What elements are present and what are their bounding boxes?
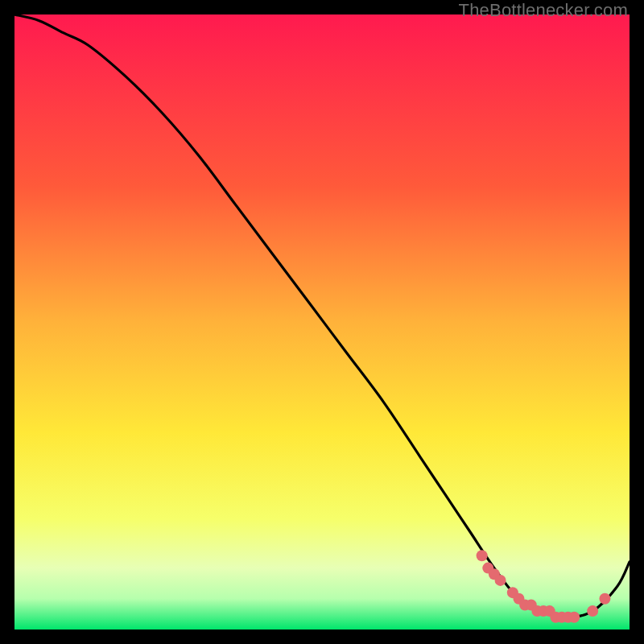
watermark-text: TheBottlenecker.com (459, 0, 628, 21)
sweet-spot-marker (599, 593, 610, 605)
sweet-spot-marker (568, 612, 580, 623)
sweet-spot-marker (477, 550, 488, 561)
chart-frame (14, 14, 630, 630)
bottleneck-chart (14, 14, 630, 630)
sweet-spot-marker (587, 605, 598, 617)
sweet-spot-marker (495, 575, 506, 586)
